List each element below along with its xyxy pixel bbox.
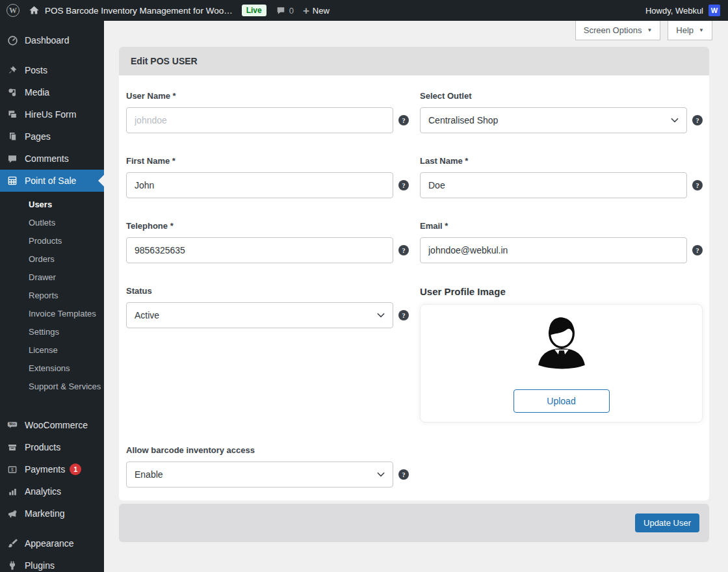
sidebar-item-wc-products[interactable]: Products (0, 436, 104, 458)
field-username: User Name * ? (126, 91, 409, 133)
comments-icon (6, 152, 19, 165)
content-area: Screen Options ▼ Help ▼ Edit POS USER Us… (104, 21, 728, 572)
sidebar-item-media[interactable]: Media (0, 81, 104, 103)
active-menu-arrow (98, 175, 104, 187)
megaphone-icon (6, 507, 19, 520)
help-button[interactable]: Help ▼ (668, 21, 712, 40)
help-icon[interactable]: ? (692, 115, 703, 125)
outlet-select-value: Centralised Shop (428, 115, 498, 125)
telephone-label: Telephone * (126, 221, 409, 231)
wordpress-logo-icon[interactable]: W (6, 4, 20, 17)
plugin-icon (6, 559, 19, 572)
howdy-text[interactable]: Howdy, Webkul (645, 6, 703, 16)
edit-pos-user-card: Edit POS USER User Name * ? Select Outle… (119, 47, 709, 542)
sidebar-item-hireus-form[interactable]: HireUs Form (0, 103, 104, 125)
sidebar-item-drawer[interactable]: Drawer (0, 268, 104, 287)
box-icon (6, 441, 19, 454)
sidebar-item-posts[interactable]: Posts (0, 59, 104, 81)
barcode-access-label: Allow barcode inventory access (126, 445, 409, 455)
last-name-input[interactable] (420, 172, 687, 198)
profile-image-card: Upload (420, 304, 703, 422)
sidebar-item-license[interactable]: License (0, 341, 104, 359)
svg-text:Woo: Woo (9, 422, 16, 426)
profile-image-heading: User Profile Image (420, 286, 703, 297)
sidebar-item-woocommerce[interactable]: Woo WooCommerce (0, 414, 104, 436)
update-user-button[interactable]: Update User (635, 514, 699, 532)
field-barcode-access: Allow barcode inventory access Enable ? (126, 445, 409, 488)
sidebar-item-extensions[interactable]: Extensions (0, 359, 104, 378)
barcode-access-select[interactable]: Enable (126, 462, 393, 488)
sidebar-item-comments[interactable]: Comments (0, 148, 104, 170)
site-link[interactable]: POS Barcode Inventory Management for Woo… (29, 5, 233, 16)
sidebar-item-settings[interactable]: Settings (0, 323, 104, 341)
sidebar-item-payments[interactable]: $ Payments 1 (0, 458, 104, 480)
field-status: Status Active ? (126, 286, 409, 328)
sidebar-item-dashboard[interactable]: Dashboard (0, 29, 104, 51)
sidebar-item-pos-products[interactable]: Products (0, 232, 104, 250)
email-input[interactable] (420, 237, 687, 263)
user-avatar-icon (529, 311, 594, 379)
new-button[interactable]: + New (303, 5, 330, 16)
help-icon[interactable]: ? (398, 469, 409, 480)
help-icon[interactable]: ? (692, 245, 703, 255)
sidebar-item-support-services[interactable]: Support & Services (0, 378, 104, 396)
caret-down-icon: ▼ (699, 27, 704, 33)
last-name-label: Last Name * (420, 156, 703, 166)
media-icon (6, 86, 19, 99)
field-first-name: First Name * ? (126, 156, 409, 198)
chevron-down-icon (377, 472, 385, 477)
first-name-input[interactable] (126, 172, 393, 198)
screen-options-button[interactable]: Screen Options ▼ (575, 21, 661, 40)
comments-shortcut[interactable]: 0 (276, 6, 294, 16)
chevron-down-icon (671, 118, 679, 123)
pos-submenu: Users Outlets Products Orders Drawer Rep… (0, 192, 104, 402)
outlet-label: Select Outlet (420, 91, 703, 101)
user-avatar[interactable]: W (708, 5, 720, 16)
bar-chart-icon (6, 485, 19, 498)
status-select[interactable]: Active (126, 302, 393, 328)
telephone-input[interactable] (126, 237, 393, 263)
sidebar-item-analytics[interactable]: Analytics (0, 480, 104, 502)
email-label: Email * (420, 221, 703, 231)
home-icon (29, 5, 40, 16)
sidebar-item-orders[interactable]: Orders (0, 250, 104, 268)
point-of-sale-icon (6, 174, 19, 187)
admin-sidebar: Dashboard Posts Media HireUs Form Pages … (0, 21, 104, 572)
sidebar-item-appearance[interactable]: Appearance (0, 532, 104, 554)
first-name-label: First Name * (126, 156, 409, 166)
field-outlet: Select Outlet Centralised Shop ? (420, 91, 703, 133)
sidebar-item-invoice-templates[interactable]: Invoice Templates (0, 305, 104, 323)
woocommerce-icon: Woo (6, 419, 19, 432)
new-label: New (313, 6, 330, 16)
sidebar-item-reports[interactable]: Reports (0, 287, 104, 305)
help-icon[interactable]: ? (398, 245, 409, 255)
help-icon[interactable]: ? (398, 310, 409, 320)
site-title: POS Barcode Inventory Management for Woo… (45, 6, 233, 16)
help-icon[interactable]: ? (692, 180, 703, 190)
live-badge[interactable]: Live (242, 5, 266, 16)
admin-bar: W POS Barcode Inventory Management for W… (0, 0, 728, 21)
sidebar-item-marketing[interactable]: Marketing (0, 502, 104, 525)
screen-toolbar: Screen Options ▼ Help ▼ (575, 21, 712, 40)
upload-button[interactable]: Upload (514, 389, 610, 413)
comment-count: 0 (289, 6, 294, 16)
pushpin-icon (6, 64, 19, 77)
form-footer: Update User (119, 504, 709, 542)
payments-icon: $ (6, 463, 19, 476)
sidebar-item-pages[interactable]: Pages (0, 125, 104, 148)
card-title: Edit POS USER (119, 47, 709, 75)
sidebar-item-users[interactable]: Users (0, 196, 104, 214)
chevron-down-icon (377, 313, 385, 318)
field-email: Email * ? (420, 221, 703, 263)
edit-pos-user-form: User Name * ? Select Outlet Centralised … (119, 75, 709, 500)
username-input[interactable] (126, 107, 393, 133)
sidebar-item-point-of-sale[interactable]: Point of Sale (0, 170, 104, 192)
help-icon[interactable]: ? (398, 115, 409, 125)
sidebar-item-plugins[interactable]: Plugins (0, 554, 104, 572)
brush-icon (6, 537, 19, 550)
plus-icon: + (303, 5, 309, 16)
outlet-select[interactable]: Centralised Shop (420, 107, 687, 133)
field-last-name: Last Name * ? (420, 156, 703, 198)
sidebar-item-outlets[interactable]: Outlets (0, 214, 104, 232)
help-icon[interactable]: ? (398, 180, 409, 190)
